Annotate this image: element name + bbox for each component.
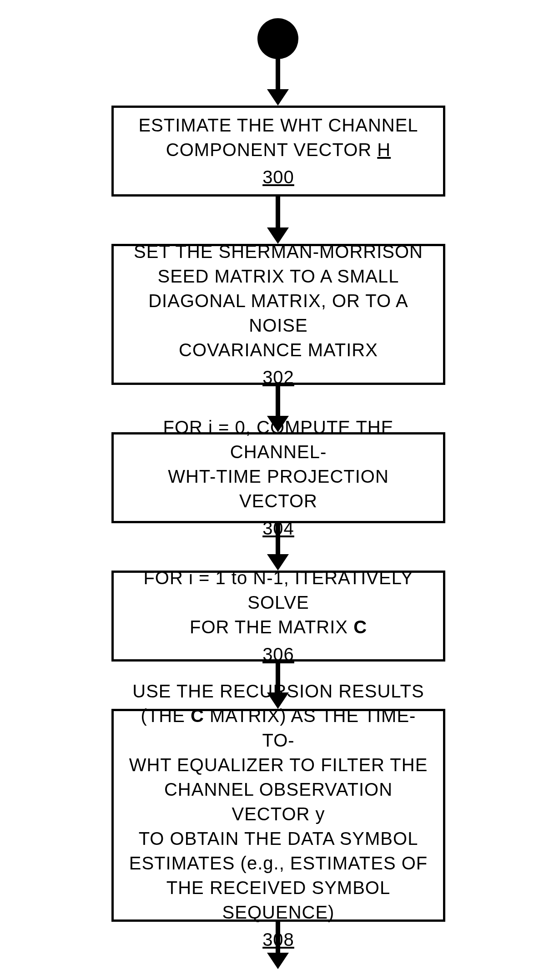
step-300-line-2: COMPONENT VECTOR H bbox=[166, 137, 391, 162]
flowchart-canvas: ESTIMATE THE WHT CHANNEL COMPONENT VECTO… bbox=[0, 0, 554, 980]
var-c-306: C bbox=[353, 617, 367, 637]
step-308-line-3: WHT EQUALIZER TO FILTER THE bbox=[129, 753, 428, 777]
step-308-line-7: THE RECEIVED SYMBOL SEQUENCE) bbox=[127, 875, 429, 924]
step-304: FOR i = 0, COMPUTE THE CHANNEL- WHT-TIME… bbox=[111, 432, 445, 523]
step-302-line-1: SET THE SHERMAN-MORRISON bbox=[134, 239, 423, 264]
step-308-line-4: CHANNEL OBSERVATION VECTOR y bbox=[127, 777, 429, 826]
arrow-5-shaft bbox=[276, 922, 280, 954]
var-h: H bbox=[377, 140, 391, 160]
start-node bbox=[257, 18, 298, 59]
step-308-line-2: (THE C MATRIX) AS THE TIME-TO- bbox=[127, 703, 429, 753]
step-308: USE THE RECURSION RESULTS (THE C MATRIX)… bbox=[111, 709, 445, 922]
step-300: ESTIMATE THE WHT CHANNEL COMPONENT VECTO… bbox=[111, 106, 445, 197]
arrow-0-shaft bbox=[276, 58, 280, 90]
step-300-ref: 300 bbox=[262, 165, 294, 189]
step-306-line-2: FOR THE MATRIX C bbox=[190, 615, 367, 639]
arrow-0-head bbox=[267, 89, 289, 106]
step-302: SET THE SHERMAN-MORRISON SEED MATRIX TO … bbox=[111, 244, 445, 385]
arrow-5-head bbox=[267, 953, 289, 969]
step-302-line-2: SEED MATRIX TO A SMALL bbox=[157, 264, 399, 288]
arrow-1-shaft bbox=[276, 197, 280, 228]
step-304-line-1: FOR i = 0, COMPUTE THE CHANNEL- bbox=[127, 415, 429, 464]
step-300-line-1: ESTIMATE THE WHT CHANNEL bbox=[138, 113, 418, 137]
step-308-line-1: USE THE RECURSION RESULTS bbox=[132, 679, 424, 703]
step-306-line-1: FOR i = 1 to N-1, ITERATIVELY SOLVE bbox=[127, 566, 429, 615]
arrow-3-shaft bbox=[276, 523, 280, 555]
step-308-line-5: TO OBTAIN THE DATA SYMBOL bbox=[139, 826, 418, 851]
step-308-line-6: ESTIMATES (e.g., ESTIMATES OF bbox=[129, 851, 428, 875]
step-304-line-2: WHT-TIME PROJECTION VECTOR bbox=[127, 464, 429, 513]
step-306: FOR i = 1 to N-1, ITERATIVELY SOLVE FOR … bbox=[111, 571, 445, 662]
var-c-308: C bbox=[191, 706, 204, 726]
step-302-line-3: DIAGONAL MATRIX, OR TO A NOISE bbox=[127, 288, 429, 338]
step-302-line-4: COVARIANCE MATIRX bbox=[179, 338, 378, 362]
arrow-2-shaft bbox=[276, 385, 280, 417]
